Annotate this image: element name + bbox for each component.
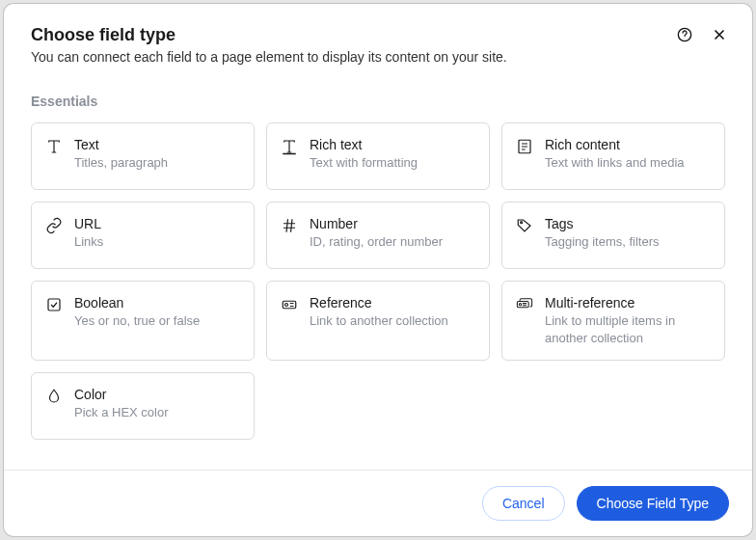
url-icon	[45, 217, 63, 234]
field-card-text[interactable]: Text Titles, paragraph	[31, 122, 255, 190]
modal-subtitle: You can connect each field to a page ele…	[31, 49, 725, 65]
field-card-boolean[interactable]: Boolean Yes or no, true or false	[31, 281, 255, 361]
field-title: Tags	[545, 216, 660, 231]
field-card-number[interactable]: Number ID, rating, order number	[266, 202, 490, 269]
field-title: Rich content	[545, 137, 685, 152]
modal-body: Essentials Text Titles, paragraph Rich t…	[4, 78, 752, 470]
field-desc: Tagging items, filters	[545, 233, 660, 251]
field-title: Multi-reference	[545, 295, 711, 310]
field-desc: Links	[74, 233, 103, 251]
header-actions	[675, 25, 729, 44]
svg-point-3	[521, 222, 523, 224]
field-card-rich-content[interactable]: Rich content Text with links and media	[501, 122, 725, 190]
field-title: Rich text	[310, 137, 418, 152]
svg-point-1	[685, 38, 686, 39]
field-desc: Yes or no, true or false	[74, 312, 200, 330]
modal-title: Choose field type	[31, 25, 725, 45]
field-card-multi-reference[interactable]: Multi-reference Link to multiple items i…	[501, 281, 725, 361]
cancel-button[interactable]: Cancel	[482, 486, 565, 521]
field-card-color[interactable]: Color Pick a HEX color	[31, 372, 255, 440]
field-desc: Titles, paragraph	[74, 154, 168, 172]
field-card-rich-text[interactable]: Rich text Text with formatting	[266, 122, 490, 190]
choose-field-type-modal: Choose field type You can connect each f…	[4, 4, 752, 536]
section-essentials-label: Essentials	[31, 94, 725, 109]
choose-field-type-button[interactable]: Choose Field Type	[577, 486, 729, 521]
field-title: Boolean	[74, 295, 200, 310]
field-desc: ID, rating, order number	[310, 233, 443, 251]
boolean-icon	[45, 296, 63, 313]
color-icon	[45, 388, 63, 405]
field-card-reference[interactable]: Reference Link to another collection	[266, 281, 490, 361]
modal-header: Choose field type You can connect each f…	[4, 4, 752, 78]
field-type-grid: Text Titles, paragraph Rich text Text wi…	[31, 122, 725, 440]
svg-point-6	[285, 304, 288, 307]
close-icon[interactable]	[710, 25, 729, 44]
svg-point-8	[519, 303, 521, 305]
field-desc: Pick a HEX color	[74, 404, 169, 421]
svg-rect-4	[48, 299, 60, 310]
field-title: URL	[74, 216, 103, 231]
rich-content-icon	[516, 138, 533, 155]
rich-text-icon	[281, 138, 298, 155]
modal-footer: Cancel Choose Field Type	[4, 470, 752, 536]
field-title: Text	[74, 137, 168, 152]
reference-icon	[281, 296, 298, 313]
number-icon	[281, 217, 298, 234]
field-title: Reference	[310, 295, 448, 310]
text-icon	[45, 138, 63, 155]
field-card-url[interactable]: URL Links	[31, 202, 255, 269]
field-desc: Link to another collection	[310, 312, 448, 330]
field-title: Number	[310, 216, 443, 231]
field-title: Color	[74, 387, 169, 402]
field-desc: Text with links and media	[545, 154, 685, 172]
tags-icon	[516, 217, 533, 234]
help-icon[interactable]	[675, 25, 694, 44]
multi-reference-icon	[516, 296, 533, 313]
field-card-tags[interactable]: Tags Tagging items, filters	[501, 202, 725, 269]
field-desc: Text with formatting	[310, 154, 418, 172]
field-desc: Link to multiple items in another collec…	[545, 312, 711, 346]
